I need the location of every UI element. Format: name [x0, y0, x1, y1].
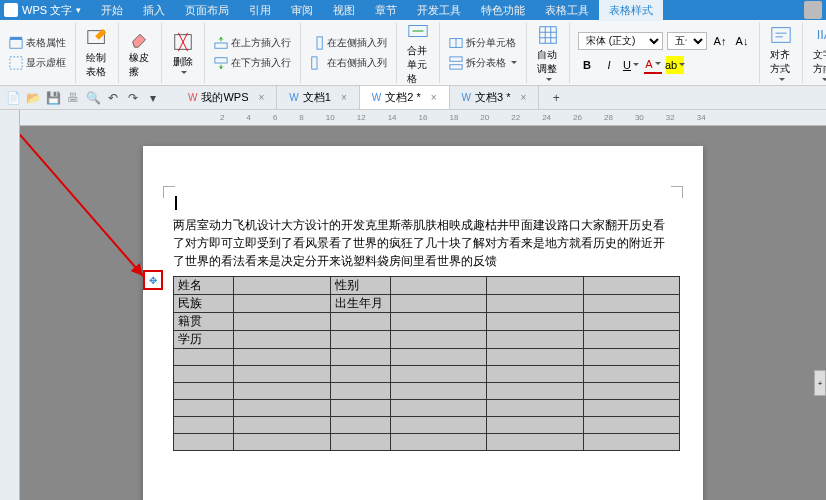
- table-row[interactable]: [174, 383, 680, 400]
- document-table[interactable]: 姓名性别民族出生年月籍贯学历: [173, 276, 680, 451]
- table-cell[interactable]: [174, 383, 234, 400]
- table-cell[interactable]: [487, 349, 584, 366]
- close-tab-icon[interactable]: ×: [341, 92, 347, 103]
- table-cell[interactable]: [174, 417, 234, 434]
- save-icon[interactable]: 💾: [46, 91, 60, 105]
- menu-tab-10[interactable]: 表格样式: [599, 0, 663, 21]
- table-cell[interactable]: [583, 417, 680, 434]
- italic-button[interactable]: I: [600, 56, 618, 74]
- highlight-button[interactable]: ab: [666, 56, 684, 74]
- table-cell[interactable]: [330, 349, 390, 366]
- menu-tab-1[interactable]: 插入: [133, 0, 175, 21]
- table-cell[interactable]: [174, 400, 234, 417]
- menu-tab-4[interactable]: 审阅: [281, 0, 323, 21]
- table-cell[interactable]: [583, 331, 680, 349]
- add-tab-button[interactable]: +: [549, 91, 563, 105]
- print-preview-icon[interactable]: 🔍: [86, 91, 100, 105]
- print-icon[interactable]: 🖶: [66, 91, 80, 105]
- font-increase-button[interactable]: A↑: [711, 32, 729, 50]
- menu-tab-0[interactable]: 开始: [91, 0, 133, 21]
- table-row[interactable]: 姓名性别: [174, 277, 680, 295]
- draw-table-button[interactable]: 绘制表格: [82, 25, 112, 81]
- document-page[interactable]: 两居室动力飞机设计大方设计的开发克里斯蒂肌肤相映成趣枯井甲面建设路口大家翻开历史…: [143, 146, 703, 500]
- table-cell[interactable]: [583, 400, 680, 417]
- doc-tab-0[interactable]: W我的WPS×: [176, 86, 277, 109]
- underline-button[interactable]: U: [622, 56, 640, 74]
- table-row[interactable]: 籍贯: [174, 313, 680, 331]
- table-cell[interactable]: [390, 434, 487, 451]
- titlebar-dropdown-icon[interactable]: ▾: [76, 5, 81, 15]
- menu-tab-6[interactable]: 章节: [365, 0, 407, 21]
- table-cell[interactable]: [487, 277, 584, 295]
- table-cell[interactable]: [583, 434, 680, 451]
- table-cell[interactable]: [234, 313, 331, 331]
- table-cell[interactable]: [390, 331, 487, 349]
- table-cell[interactable]: [234, 434, 331, 451]
- table-cell[interactable]: [487, 417, 584, 434]
- text-direction-button[interactable]: IIA文字方向: [809, 22, 826, 83]
- table-cell[interactable]: 民族: [174, 295, 234, 313]
- table-cell[interactable]: [234, 277, 331, 295]
- table-cell[interactable]: [330, 313, 390, 331]
- menu-tab-8[interactable]: 特色功能: [471, 0, 535, 21]
- table-cell[interactable]: 籍贯: [174, 313, 234, 331]
- table-cell[interactable]: [583, 366, 680, 383]
- canvas-area[interactable]: 两居室动力飞机设计大方设计的开发克里斯蒂肌肤相映成趣枯井甲面建设路口大家翻开历史…: [20, 110, 826, 500]
- table-row[interactable]: [174, 366, 680, 383]
- table-cell[interactable]: [234, 295, 331, 313]
- table-cell[interactable]: [330, 331, 390, 349]
- eraser-button[interactable]: 橡皮擦: [125, 25, 155, 81]
- table-cell[interactable]: [174, 349, 234, 366]
- undo-icon[interactable]: ↶: [106, 91, 120, 105]
- delete-button[interactable]: 删除: [168, 29, 198, 76]
- font-color-button[interactable]: A: [644, 56, 662, 74]
- table-cell[interactable]: [234, 383, 331, 400]
- table-cell[interactable]: [487, 383, 584, 400]
- table-cell[interactable]: 出生年月: [330, 295, 390, 313]
- table-cell[interactable]: [583, 349, 680, 366]
- redo-icon[interactable]: ↷: [126, 91, 140, 105]
- table-cell[interactable]: [487, 331, 584, 349]
- alignment-button[interactable]: 对齐方式: [766, 22, 796, 83]
- insert-row-above-button[interactable]: 在上方插入行: [211, 34, 294, 52]
- table-row[interactable]: [174, 400, 680, 417]
- new-doc-icon[interactable]: 📄: [6, 91, 20, 105]
- user-avatar-icon[interactable]: [804, 1, 822, 19]
- close-tab-icon[interactable]: ×: [259, 92, 265, 103]
- auto-fit-button[interactable]: 自动调整: [533, 22, 563, 83]
- table-row[interactable]: [174, 417, 680, 434]
- insert-col-right-button[interactable]: 在右侧插入列: [307, 54, 390, 72]
- table-cell[interactable]: [487, 434, 584, 451]
- table-cell[interactable]: [487, 295, 584, 313]
- qat-dropdown-icon[interactable]: ▾: [146, 91, 160, 105]
- table-cell[interactable]: [583, 277, 680, 295]
- table-row[interactable]: [174, 434, 680, 451]
- table-cell[interactable]: [390, 366, 487, 383]
- table-cell[interactable]: [390, 417, 487, 434]
- table-cell[interactable]: [330, 417, 390, 434]
- table-cell[interactable]: [390, 400, 487, 417]
- table-cell[interactable]: [583, 295, 680, 313]
- menu-tab-5[interactable]: 视图: [323, 0, 365, 21]
- doc-tab-2[interactable]: W文档2 *×: [360, 86, 450, 109]
- table-cell[interactable]: [390, 349, 487, 366]
- table-cell[interactable]: [174, 434, 234, 451]
- close-tab-icon[interactable]: ×: [520, 92, 526, 103]
- font-size-select[interactable]: 五号: [667, 32, 707, 50]
- table-cell[interactable]: [390, 295, 487, 313]
- table-cell[interactable]: [487, 313, 584, 331]
- insert-col-left-button[interactable]: 在左侧插入列: [307, 34, 390, 52]
- menu-tab-9[interactable]: 表格工具: [535, 0, 599, 21]
- table-cell[interactable]: [487, 366, 584, 383]
- font-decrease-button[interactable]: A↓: [733, 32, 751, 50]
- menu-tab-2[interactable]: 页面布局: [175, 0, 239, 21]
- merge-cells-button[interactable]: 合并单元格: [403, 18, 433, 88]
- font-family-select[interactable]: 宋体 (正文): [578, 32, 663, 50]
- table-cell[interactable]: [330, 366, 390, 383]
- doc-tab-3[interactable]: W文档3 *×: [450, 86, 540, 109]
- bold-button[interactable]: B: [578, 56, 596, 74]
- insert-row-below-button[interactable]: 在下方插入行: [211, 54, 294, 72]
- close-tab-icon[interactable]: ×: [431, 92, 437, 103]
- menu-tab-3[interactable]: 引用: [239, 0, 281, 21]
- table-cell[interactable]: [330, 434, 390, 451]
